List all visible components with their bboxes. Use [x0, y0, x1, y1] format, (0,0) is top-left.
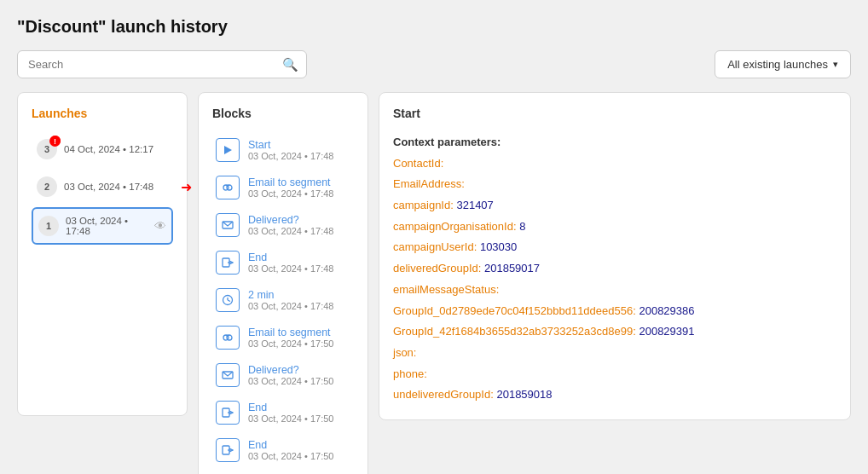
exit-icon [216, 401, 240, 425]
block-date: 03 Oct, 2024 • 17:50 [248, 376, 333, 386]
launch-date: 03 Oct, 2024 • 17:48 [64, 182, 168, 192]
block-date: 03 Oct, 2024 • 17:48 [248, 301, 333, 311]
launch-item[interactable]: 203 Oct, 2024 • 17:48➜ [32, 170, 173, 204]
block-date: 03 Oct, 2024 • 17:48 [248, 151, 333, 161]
block-name: Start [248, 139, 333, 151]
search-input[interactable] [17, 50, 307, 78]
context-param: json: [393, 343, 836, 364]
email-segment-icon [216, 176, 240, 199]
block-item[interactable]: Start03 Oct, 2024 • 17:48 [212, 132, 354, 168]
launch-item[interactable]: 103 Oct, 2024 • 17:48👁 [32, 207, 173, 245]
launches-title: Launches [32, 107, 173, 120]
launches-list: 3!04 Oct, 2024 • 12:17203 Oct, 2024 • 17… [32, 132, 173, 245]
block-info: End03 Oct, 2024 • 17:50 [248, 402, 333, 424]
block-info: End03 Oct, 2024 • 17:50 [248, 439, 333, 461]
start-panel: Start Context parameters:ContactId:Email… [379, 92, 851, 420]
block-item[interactable]: End03 Oct, 2024 • 17:50 [212, 432, 354, 468]
top-bar: 🔍 All existing launches ▾ [17, 50, 851, 78]
error-badge: ! [49, 136, 61, 147]
block-info: Email to segment03 Oct, 2024 • 17:48 [248, 176, 333, 199]
block-date: 03 Oct, 2024 • 17:50 [248, 338, 333, 349]
block-info: Delivered?03 Oct, 2024 • 17:50 [248, 364, 333, 386]
block-date: 03 Oct, 2024 • 17:48 [248, 263, 333, 274]
launch-badge: 2 [37, 176, 57, 197]
block-item[interactable]: Email to segment03 Oct, 2024 • 17:50 [212, 320, 354, 356]
email-segment-icon [216, 326, 240, 350]
play-icon [216, 138, 240, 162]
block-item[interactable]: Delivered?03 Oct, 2024 • 17:48 [212, 207, 354, 243]
block-name: Email to segment [248, 327, 333, 338]
block-name: End [248, 251, 333, 263]
exit-icon [216, 438, 240, 462]
block-item[interactable]: Email to segment03 Oct, 2024 • 17:48 [212, 170, 354, 205]
context-param: undeliveredGroupId: 201859018 [393, 384, 836, 406]
launch-date: 04 Oct, 2024 • 12:17 [64, 144, 168, 154]
block-date: 03 Oct, 2024 • 17:48 [248, 188, 333, 199]
blocks-panel: Blocks Start03 Oct, 2024 • 17:48Email to… [198, 92, 368, 474]
block-name: Delivered? [248, 364, 333, 376]
filter-label: All existing launches [727, 58, 828, 71]
block-info: Start03 Oct, 2024 • 17:48 [248, 139, 333, 161]
svg-marker-0 [224, 146, 232, 154]
block-item[interactable]: End03 Oct, 2024 • 17:50 [212, 395, 354, 431]
launch-item[interactable]: 3!04 Oct, 2024 • 12:17 [32, 132, 173, 166]
block-name: End [248, 439, 333, 451]
block-info: Delivered?03 Oct, 2024 • 17:48 [248, 214, 333, 236]
filter-dropdown[interactable]: All existing launches ▾ [715, 50, 851, 78]
envelope-icon [216, 213, 240, 237]
context-param: GroupId_42f1684b3655d32ab3733252a3cd8e99… [393, 321, 836, 343]
block-item[interactable]: Delivered?03 Oct, 2024 • 17:50 [212, 357, 354, 393]
block-item[interactable]: 2 min03 Oct, 2024 • 17:48 [212, 282, 354, 318]
launch-badge: 1 [38, 216, 59, 236]
block-date: 03 Oct, 2024 • 17:50 [248, 413, 333, 424]
block-name: Delivered? [248, 214, 333, 226]
launch-badge: 3! [37, 139, 57, 159]
eye-icon[interactable]: 👁 [154, 219, 166, 233]
context-param: ContactId: [393, 153, 836, 175]
blocks-title: Blocks [212, 107, 354, 120]
context-label: Context parameters: [393, 132, 836, 153]
context-param: campaignId: 321407 [393, 195, 836, 217]
context-param: EmailAddress: [393, 174, 836, 195]
main-content: Launches 3!04 Oct, 2024 • 12:17203 Oct, … [17, 92, 851, 474]
envelope-icon [216, 363, 240, 387]
context-param: campaignOrganisationId: 8 [393, 217, 836, 238]
block-name: Email to segment [248, 176, 333, 188]
block-info: Email to segment03 Oct, 2024 • 17:50 [248, 327, 333, 349]
launches-panel: Launches 3!04 Oct, 2024 • 12:17203 Oct, … [17, 92, 188, 416]
block-item[interactable]: End03 Oct, 2024 • 17:48 [212, 245, 354, 280]
search-container: 🔍 [17, 50, 307, 78]
block-date: 03 Oct, 2024 • 17:50 [248, 451, 333, 461]
start-title: Start [393, 107, 836, 120]
context-param: campaignUserId: 103030 [393, 237, 836, 258]
block-name: 2 min [248, 289, 333, 301]
blocks-list: Start03 Oct, 2024 • 17:48Email to segmen… [212, 132, 354, 468]
block-info: 2 min03 Oct, 2024 • 17:48 [248, 289, 333, 311]
context-param: GroupId_0d2789ede70c04f152bbbd11ddeed556… [393, 301, 836, 322]
context-section: Context parameters:ContactId:EmailAddres… [393, 132, 836, 406]
context-param: emailMessageStatus: [393, 280, 836, 301]
context-param: deliveredGroupId: 201859017 [393, 258, 836, 280]
clock-icon [216, 288, 240, 312]
chevron-down-icon: ▾ [833, 59, 838, 70]
launch-date: 03 Oct, 2024 • 17:48 [66, 216, 148, 236]
block-name: End [248, 402, 333, 413]
page-title: "Discount" launch history [17, 17, 851, 37]
block-date: 03 Oct, 2024 • 17:48 [248, 226, 333, 236]
exit-icon [216, 251, 240, 275]
svg-line-8 [228, 300, 230, 302]
arrow-indicator: ➜ [181, 179, 192, 195]
context-param: phone: [393, 364, 836, 385]
block-info: End03 Oct, 2024 • 17:48 [248, 251, 333, 274]
